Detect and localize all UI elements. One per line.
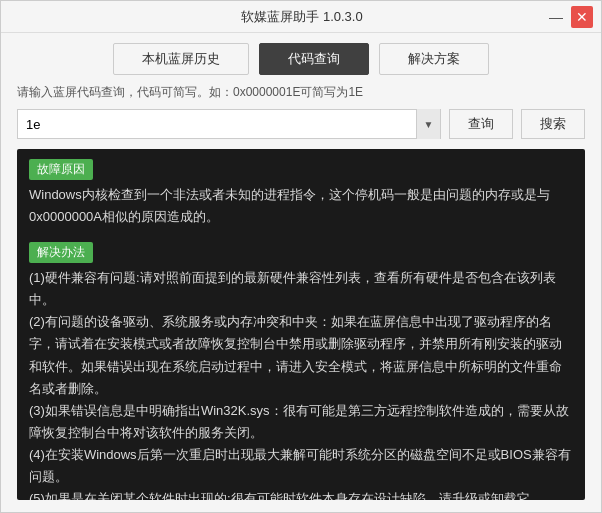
window-title: 软媒蓝屏助手 1.0.3.0: [59, 8, 545, 26]
tab-bar: 本机蓝屏历史 代码查询 解决方案: [1, 33, 601, 83]
solution-section: 解决办法 (1)硬件兼容有问题:请对照前面提到的最新硬件兼容性列表，查看所有硬件…: [29, 242, 573, 500]
tab-history[interactable]: 本机蓝屏历史: [113, 43, 249, 75]
dropdown-arrow-icon[interactable]: ▼: [416, 109, 440, 139]
cause-section: 故障原因 Windows内核检查到一个非法或者未知的进程指令，这个停机码一般是由…: [29, 159, 573, 228]
minimize-button[interactable]: —: [545, 6, 567, 28]
search-button[interactable]: 搜索: [521, 109, 585, 139]
cause-text: Windows内核检查到一个非法或者未知的进程指令，这个停机码一般是由问题的内存…: [29, 184, 573, 228]
cause-label: 故障原因: [29, 159, 93, 180]
query-button[interactable]: 查询: [449, 109, 513, 139]
close-button[interactable]: ✕: [571, 6, 593, 28]
title-controls: — ✕: [545, 6, 593, 28]
tab-solution[interactable]: 解决方案: [379, 43, 489, 75]
title-bar: 软媒蓝屏助手 1.0.3.0 — ✕: [1, 1, 601, 33]
result-box: 故障原因 Windows内核检查到一个非法或者未知的进程指令，这个停机码一般是由…: [17, 149, 585, 500]
search-row: ▼ 查询 搜索: [17, 109, 585, 139]
search-input-wrap: ▼: [17, 109, 441, 139]
main-window: 软媒蓝屏助手 1.0.3.0 — ✕ 本机蓝屏历史 代码查询 解决方案 请输入蓝…: [0, 0, 602, 513]
tab-code[interactable]: 代码查询: [259, 43, 369, 75]
content-area: 请输入蓝屏代码查询，代码可简写。如：0x0000001E可简写为1E ▼ 查询 …: [1, 83, 601, 512]
search-input[interactable]: [18, 117, 416, 132]
solution-text: (1)硬件兼容有问题:请对照前面提到的最新硬件兼容性列表，查看所有硬件是否包含在…: [29, 267, 573, 500]
solution-label: 解决办法: [29, 242, 93, 263]
hint-text: 请输入蓝屏代码查询，代码可简写。如：0x0000001E可简写为1E: [17, 83, 585, 101]
